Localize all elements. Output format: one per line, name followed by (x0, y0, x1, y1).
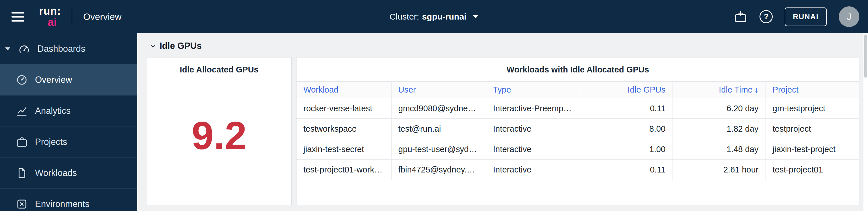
sidebar-item-label: Workloads (35, 168, 77, 178)
column-label: Idle GPUs (627, 85, 665, 94)
column-header-project[interactable]: Project (766, 82, 859, 98)
workloads-icon (16, 167, 28, 179)
cell-idle-gpus: 8.00 (579, 119, 673, 139)
sidebar-item-label: Overview (35, 75, 72, 85)
scrollbar[interactable] (863, 33, 868, 211)
column-label: Type (493, 85, 511, 94)
cell-idle-gpus: 0.11 (579, 160, 673, 180)
dashboards-icon (18, 43, 30, 55)
divider (72, 9, 72, 25)
menu-icon[interactable] (11, 12, 24, 22)
cell-type: Interactive (486, 139, 579, 160)
column-header-user[interactable]: User (391, 82, 486, 98)
table-header-row: Workload User Type Idle GPUs Idle Time↓ … (297, 82, 859, 98)
top-bar: run: ai Overview Cluster: sgpu-runai ? R… (0, 0, 868, 33)
chevron-down-icon (473, 15, 478, 18)
cell-project: test-project01 (766, 160, 859, 180)
projects-icon (16, 136, 28, 148)
sort-desc-icon: ↓ (754, 85, 758, 94)
column-label: User (398, 85, 416, 94)
sidebar-item-projects[interactable]: Projects (0, 127, 137, 158)
section-title: Idle GPUs (160, 41, 202, 51)
cluster-selector[interactable]: Cluster: sgpu-runai (390, 12, 478, 22)
cell-project: gm-testproject (766, 98, 859, 119)
sidebar-item-label: Environments (35, 199, 90, 209)
sidebar: Dashboards Overview Analytics Pr (0, 33, 137, 211)
cell-type: Interactive-Preempti… (486, 98, 579, 119)
column-label: Project (773, 85, 799, 94)
column-label: Workload (303, 85, 338, 94)
sidebar-item-dashboards[interactable]: Dashboards (0, 33, 137, 64)
cluster-label: Cluster: (390, 12, 419, 22)
cell-type: Interactive (486, 119, 579, 139)
idle-allocated-gpus-card: Idle Allocated GPUs 9.2 (147, 57, 291, 205)
cell-idle-time: 6.20 day (673, 98, 766, 119)
topbar-actions: ? RUNAI J (734, 6, 859, 27)
sidebar-item-label: Projects (35, 137, 67, 147)
idle-gpus-value: 9.2 (147, 75, 291, 205)
cell-user: test@run.ai (391, 119, 486, 139)
sidebar-item-overview[interactable]: Overview (0, 64, 137, 96)
cards-row: Idle Allocated GPUs 9.2 Workloads with I… (147, 57, 859, 205)
cell-workload: test-project01-works… (297, 160, 391, 180)
sidebar-item-workloads[interactable]: Workloads (0, 158, 137, 189)
cell-workload: testworkspace (297, 119, 391, 139)
column-header-type[interactable]: Type (486, 82, 579, 98)
sidebar-item-label: Dashboards (37, 44, 85, 54)
caret-expanded-icon (5, 47, 10, 50)
idle-gpus-section-header[interactable]: Idle GPUs (149, 41, 202, 51)
collapse-chevron-icon (149, 42, 157, 50)
help-icon[interactable]: ? (760, 10, 773, 23)
cell-type: Interactive (486, 160, 579, 180)
column-header-idle-time[interactable]: Idle Time↓ (673, 82, 766, 98)
workloads-table-card: Workloads with Idle Allocated GPUs Workl… (296, 57, 859, 205)
table-row[interactable]: jiaxin-test-secret gpu-test-user@sydn… I… (297, 139, 859, 160)
cell-idle-time: 1.82 day (673, 119, 766, 139)
main-content: Idle GPUs Idle Allocated GPUs 9.2 Worklo… (137, 33, 868, 211)
card-title: Workloads with Idle Allocated GPUs (297, 65, 859, 75)
logo-ai-text: ai (48, 17, 61, 28)
cell-idle-gpus: 0.11 (579, 98, 673, 119)
cell-idle-time: 1.48 day (673, 139, 766, 160)
table-row[interactable]: testworkspace test@run.ai Interactive 8.… (297, 119, 859, 139)
table-row[interactable]: test-project01-works… fbin4725@sydney.ed… (297, 160, 859, 180)
environments-icon (16, 198, 28, 210)
avatar[interactable]: J (839, 6, 859, 27)
cell-project: jiaxin-test-project (766, 139, 859, 160)
runai-button[interactable]: RUNAI (785, 7, 827, 26)
cell-project: testproject (766, 119, 859, 139)
jobs-box-icon[interactable] (734, 10, 747, 24)
cell-idle-gpus: 1.00 (579, 139, 673, 160)
runai-logo[interactable]: run: ai (39, 5, 61, 28)
cell-idle-time: 2.61 hour (673, 160, 766, 180)
sidebar-item-analytics[interactable]: Analytics (0, 96, 137, 127)
logo-run-text: run: (39, 5, 61, 17)
cell-workload: jiaxin-test-secret (297, 139, 391, 160)
sidebar-item-environments[interactable]: Environments (0, 189, 137, 211)
card-title: Idle Allocated GPUs (147, 65, 291, 75)
page-title: Overview (83, 11, 121, 22)
analytics-icon (16, 105, 28, 117)
column-label: Idle Time (719, 85, 753, 94)
workloads-table: Workload User Type Idle GPUs Idle Time↓ … (297, 81, 859, 180)
cell-user: fbin4725@sydney.ed… (391, 160, 486, 180)
scrollbar-thumb[interactable] (864, 34, 867, 78)
cell-workload: rocker-verse-latest (297, 98, 391, 119)
column-header-workload[interactable]: Workload (297, 82, 391, 98)
overview-icon (16, 74, 28, 86)
cell-user: gmcd9080@sydney.… (391, 98, 486, 119)
column-header-idle-gpus[interactable]: Idle GPUs (579, 82, 673, 98)
cell-user: gpu-test-user@sydn… (391, 139, 486, 160)
cluster-name: sgpu-runai (422, 12, 466, 22)
table-row[interactable]: rocker-verse-latest gmcd9080@sydney.… In… (297, 98, 859, 119)
sidebar-item-label: Analytics (35, 106, 71, 116)
